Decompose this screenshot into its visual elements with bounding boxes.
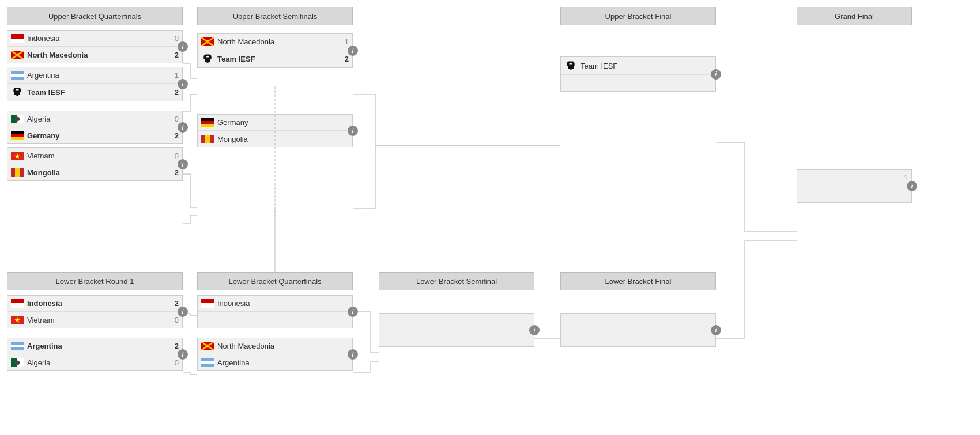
lbf-m1-team1 [561, 314, 715, 330]
ubsf-m2-t2-name: Mongolia [217, 135, 349, 143]
lbqf-column: Lower Bracket Quarterfinals Indonesia i [197, 272, 353, 371]
flag-north-macedonia-2 [201, 37, 214, 46]
lbr1-m1-t1-name: Indonesia [27, 299, 167, 308]
ubqf-m1-info-btn[interactable]: i [178, 41, 188, 52]
ubsf-match1-card: North Macedonia 1 Team IESF 2 [197, 33, 353, 68]
lbqf-m2-team1: North Macedonia [198, 338, 352, 354]
ubqf-m4-t1-name: Vietnam [27, 152, 167, 160]
ubf-match1: Team IESF i [560, 56, 716, 92]
svg-marker-22 [14, 317, 20, 323]
ubqf-m4-info-btn[interactable]: i [178, 159, 188, 169]
lbr1-m2-t1-score: 2 [171, 342, 179, 350]
ubqf-m1-team1: Indonesia 0 [7, 31, 182, 47]
ubqf-m2-info-btn[interactable]: i [178, 79, 188, 89]
ubqf-header: Upper Bracket Quarterfinals [7, 7, 183, 25]
gf-column: Grand Final 1 i [797, 7, 912, 203]
lbr1-m2-t2-score: 0 [171, 358, 179, 367]
ubsf-match2: Germany Mongolia i [197, 114, 353, 147]
lbqf-match2-card: North Macedonia Argentina [197, 338, 353, 371]
ubqf-m1-t1-score: 0 [171, 34, 179, 43]
ubqf-match2-card: Argentina 1 Team IESF 2 [7, 67, 183, 101]
lbsf-header: Lower Bracket Semifinal [379, 272, 534, 290]
flag-algeria-1 [11, 115, 24, 123]
ubf-m1-info-btn[interactable]: i [711, 69, 721, 80]
lbsf-m1-info-btn[interactable]: i [529, 325, 540, 335]
lbqf-m2-info-btn[interactable]: i [348, 349, 358, 360]
ubsf-m1-info-btn[interactable]: i [348, 46, 358, 56]
flag-indonesia-2 [11, 299, 24, 308]
ubqf-m2-team2: Team IESF 2 [7, 84, 182, 101]
flag-argentina-2 [11, 342, 24, 350]
ubqf-m4-t2-name: Mongolia [27, 168, 167, 177]
lbr1-m2-info-btn[interactable]: i [178, 349, 188, 360]
ubqf-m1-team2: North Macedonia 2 [7, 47, 182, 63]
flag-germany-1 [11, 131, 24, 140]
lbqf-m1-info-btn[interactable]: i [348, 307, 358, 317]
ubqf-m1-t1-name: Indonesia [27, 34, 167, 43]
ubqf-match2: Argentina 1 Team IESF 2 i [7, 67, 183, 101]
ubqf-m3-t2-name: Germany [27, 131, 167, 140]
lbsf-column: Lower Bracket Semifinal i [379, 272, 534, 347]
bracket-wrapper: Upper Bracket Quarterfinals Indonesia 0 [7, 7, 962, 433]
ubsf-m1-t2-name: Team IESF [217, 55, 337, 63]
ubsf-match2-card: Germany Mongolia [197, 114, 353, 147]
ubsf-m1-team1: North Macedonia 1 [198, 34, 352, 50]
lbr1-m1-t2-score: 0 [171, 316, 179, 324]
ubqf-match4: Vietnam 0 Mongolia 2 i [7, 147, 183, 181]
lbsf-t1-placeholder [383, 317, 395, 326]
svg-rect-21 [570, 67, 571, 68]
bracket-page: Upper Bracket Quarterfinals Indonesia 0 [0, 0, 968, 435]
lbqf-t2-placeholder [201, 316, 214, 324]
ubqf-m3-team2: Germany 2 [7, 127, 182, 143]
ubsf-m2-info-btn[interactable]: i [348, 126, 358, 136]
ubs-column: Upper Bracket Semifinals North Macedonia… [197, 7, 353, 147]
lbqf-m1-t1-name: Indonesia [217, 299, 349, 308]
ubqf-m3-t2-score: 2 [171, 131, 179, 140]
ubqf-m2-t1-score: 1 [171, 71, 179, 80]
ubqf-m1-t2-score: 2 [171, 51, 179, 59]
lbr1-m1-t2-name: Vietnam [27, 316, 167, 324]
svg-rect-11 [11, 168, 15, 177]
flag-north-macedonia-3 [201, 342, 214, 350]
ubsf-m2-team1: Germany [198, 115, 352, 131]
svg-point-30 [206, 345, 209, 348]
flag-argentina-1 [11, 71, 24, 80]
ubf-m1-team2 [561, 75, 715, 91]
svg-rect-4 [16, 93, 18, 94]
ubqf-match1: Indonesia 0 North Macedonia 2 [7, 30, 183, 63]
lbf-column: Lower Bracket Final i [560, 272, 716, 347]
lbr1-m1-info-btn[interactable]: i [178, 307, 188, 317]
lbqf-m1-team1: Indonesia [198, 296, 352, 312]
ubqf-m4-t1-score: 0 [171, 152, 179, 160]
lbqf-match1: Indonesia i [197, 295, 353, 328]
lbsf-m1-team1 [379, 314, 534, 330]
lbr1-m1-team2: Vietnam 0 [7, 312, 182, 328]
lbf-m1-team2 [561, 330, 715, 346]
lbr1-m2-team2: Algeria 0 [7, 354, 182, 370]
lbf-m1-info-btn[interactable]: i [711, 325, 721, 335]
ubf-header: Upper Bracket Final [560, 7, 716, 25]
flag-north-macedonia-1 [11, 51, 24, 59]
ubqf-m3-info-btn[interactable]: i [178, 122, 188, 133]
lbr1-match2-card: Argentina 2 Algeria 0 [7, 338, 183, 371]
ubsf-m1-t2-score: 2 [341, 55, 349, 63]
flag-algeria-2 [11, 358, 24, 367]
lbsf-m1-team2 [379, 330, 534, 346]
flag-germany-2 [201, 118, 214, 127]
ubf-m1-t1-name: Team IESF [581, 62, 712, 70]
flag-mongolia-2 [201, 135, 214, 143]
ubqf-column: Upper Bracket Quarterfinals Indonesia 0 [7, 7, 183, 181]
svg-rect-20 [210, 135, 214, 143]
svg-marker-9 [14, 153, 20, 159]
ubqf-m4-team2: Mongolia 2 [7, 164, 182, 180]
lbqf-m2-t2-name: Argentina [217, 358, 349, 367]
gf-m1-info-btn[interactable]: i [907, 181, 917, 191]
lbr1-m2-t2-name: Algeria [27, 358, 167, 367]
gf-m1-t1-score: 1 [900, 173, 908, 182]
ubsf-m1-team2: Team IESF 2 [198, 50, 352, 67]
svg-point-26 [16, 361, 20, 364]
ubsf-m1-t1-name: North Macedonia [217, 37, 337, 46]
flag-mongolia-1 [11, 168, 24, 177]
lbr1-match1-card: Indonesia 2 Vietnam 0 [7, 295, 183, 328]
svg-rect-19 [201, 135, 205, 143]
